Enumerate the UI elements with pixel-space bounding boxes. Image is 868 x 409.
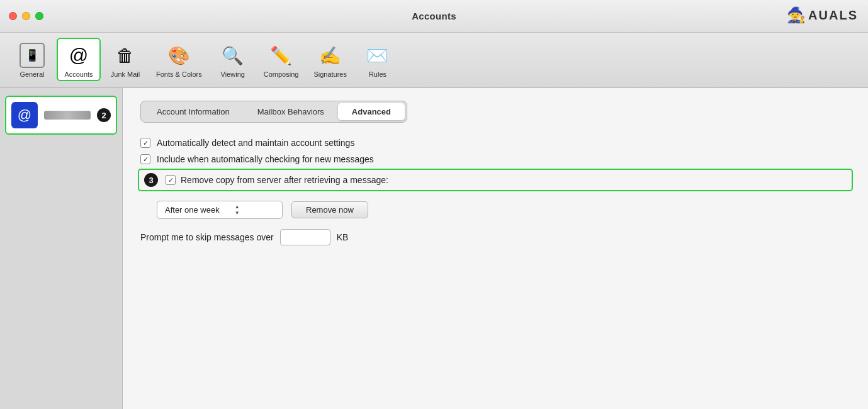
watermark-text: AUALS [808, 8, 858, 23]
sidebar-account-icon: @ [11, 102, 38, 128]
toolbar-item-composing[interactable]: ✏️ Composing [257, 38, 305, 81]
checkbox-auto-detect[interactable]: ✓ [140, 138, 150, 148]
window-title: Accounts [412, 11, 456, 21]
remove-dropdown[interactable]: After one week ▲ ▼ [157, 201, 283, 219]
accounts-icon-wrapper: @ [65, 42, 93, 69]
rules-label: Rules [369, 70, 386, 78]
watermark: 🧙 AUALS [787, 6, 858, 24]
signatures-icon: ✍️ [317, 42, 344, 69]
main-window: Accounts 📱 General @ Accounts 🗑 Junk Mai… [0, 0, 868, 409]
toolbar-item-general[interactable]: 📱 General [10, 38, 54, 81]
general-label: General [20, 70, 44, 78]
checkbox-row-include-checking: ✓ Include when automatically checking fo… [140, 154, 850, 164]
settings-checkboxes: ✓ Automatically detect and maintain acco… [140, 138, 850, 189]
checkbox-row-remove-copy: 3 ✓ Remove copy from server after retrie… [140, 171, 850, 189]
skip-section: Prompt me to skip messages over KB [140, 229, 850, 245]
step-badge-3: 3 [144, 173, 158, 187]
maximize-button[interactable] [35, 12, 43, 20]
watermark-character-icon: 🧙 [787, 6, 806, 24]
checkbox-auto-detect-label: Automatically detect and maintain accoun… [157, 138, 354, 148]
general-icon: 📱 [18, 42, 46, 69]
junk-mail-icon: 🗑 [111, 42, 139, 69]
fonts-colors-icon: 🎨 [165, 42, 193, 69]
viewing-icon: 🔍 [219, 42, 247, 69]
accounts-label: Accounts [64, 70, 93, 78]
tab-bar: Account Information Mailbox Behaviors Ad… [140, 101, 407, 123]
step-badge-2: 2 [97, 108, 111, 122]
remove-section: After one week ▲ ▼ Remove now [157, 201, 850, 219]
window-controls [9, 12, 43, 20]
toolbar-item-junk-mail[interactable]: 🗑 Junk Mail [103, 38, 147, 81]
toolbar-item-signatures[interactable]: ✍️ Signatures [307, 38, 353, 81]
checkbox-remove-copy[interactable]: ✓ [166, 175, 176, 185]
toolbar-item-fonts-colors[interactable]: 🎨 Fonts & Colors [150, 38, 208, 81]
checkbox-row-auto-detect: ✓ Automatically detect and maintain acco… [140, 138, 850, 148]
toolbar-item-rules[interactable]: ✉️ Rules [356, 38, 400, 81]
composing-label: Composing [264, 70, 299, 78]
tab-account-information[interactable]: Account Information [143, 103, 244, 120]
fonts-colors-label: Fonts & Colors [156, 70, 202, 78]
tab-advanced[interactable]: Advanced [338, 103, 405, 120]
general-phone-icon: 📱 [20, 43, 45, 68]
checkbox-remove-copy-label: Remove copy from server after retrieving… [181, 175, 388, 185]
composing-icon: ✏️ [268, 42, 295, 69]
signatures-label: Signatures [313, 70, 347, 78]
skip-unit: KB [337, 232, 349, 242]
minimize-button[interactable] [22, 12, 30, 20]
toolbar-item-accounts[interactable]: @ Accounts [57, 38, 101, 81]
junk-mail-label: Junk Mail [111, 70, 140, 78]
titlebar: Accounts [0, 0, 868, 33]
main-content: @ 2 Account Information Mailbox Behavior… [0, 88, 868, 409]
tab-mailbox-behaviors[interactable]: Mailbox Behaviors [244, 103, 338, 120]
viewing-label: Viewing [221, 70, 245, 78]
sidebar: @ 2 [0, 88, 123, 409]
skip-input[interactable] [280, 229, 330, 245]
skip-label: Prompt me to skip messages over [140, 232, 274, 242]
checkbox-include-checking-label: Include when automatically checking for … [157, 154, 374, 164]
sidebar-account-name [44, 111, 91, 120]
rules-icon: ✉️ [364, 42, 392, 69]
remove-dropdown-value: After one week [165, 205, 220, 215]
sidebar-account-item[interactable]: @ 2 [5, 96, 117, 135]
dropdown-arrows-icon: ▲ ▼ [235, 204, 240, 216]
detail-pane: Account Information Mailbox Behaviors Ad… [123, 88, 868, 409]
accounts-at-icon: @ [69, 45, 88, 66]
checkbox-include-checking[interactable]: ✓ [140, 154, 150, 164]
toolbar: 📱 General @ Accounts 🗑 Junk Mail 🎨 Fonts… [0, 33, 868, 88]
remove-now-button[interactable]: Remove now [291, 201, 368, 218]
close-button[interactable] [9, 12, 17, 20]
toolbar-item-viewing[interactable]: 🔍 Viewing [211, 38, 255, 81]
